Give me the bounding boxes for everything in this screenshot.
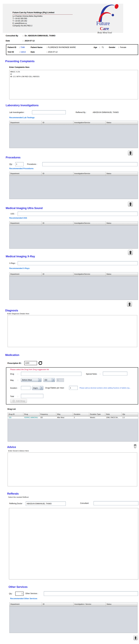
way-label: Way: [10, 379, 14, 381]
colon: :: [19, 46, 20, 48]
uss-table-header: Department ID Investigation/Service Stat…: [10, 222, 138, 225]
drug-table-row[interactable]: 229 FERRIC AMMONIU OD After Meal 3 Week/…: [8, 416, 138, 419]
xray-delete-button[interactable]: [127, 302, 132, 307]
xray-table-body[interactable]: [10, 276, 138, 300]
lab-investigation-input[interactable]: [32, 110, 66, 114]
other-qty-input[interactable]: [15, 592, 24, 596]
other-table-header: Department ID Investigation / Service St…: [10, 602, 137, 606]
patient-info-box: [6, 44, 138, 55]
col-department: Department: [10, 172, 42, 176]
col-investigation: Investigation/Service: [74, 272, 106, 276]
recommended-procedures-label: Recommended Procedures: [9, 168, 34, 170]
gender-label: Gender: [109, 46, 116, 48]
refresh-prescription-button[interactable]: [38, 361, 43, 366]
special-notes-input[interactable]: [103, 372, 127, 376]
company-address: Le Chainter,Victoria,Mahe,Seychelles: [12, 15, 42, 17]
section-title-procedures: Procedures: [6, 156, 20, 159]
diagnosis-textarea[interactable]: [8, 315, 137, 347]
total-input[interactable]: [21, 394, 43, 398]
procedures-table-body[interactable]: [10, 176, 138, 199]
referred-by-label: Reffered By :: [76, 111, 86, 114]
diagnosis-label: Enter Diagnosis Details Here: [7, 313, 29, 314]
consultant-input[interactable]: [94, 501, 138, 505]
company-phone2: T: +24 84 225 252: [12, 20, 27, 22]
drug-name-cell: FERRIC AMMONIU: [23, 416, 40, 419]
col-department: Department: [10, 602, 42, 606]
trash-icon: [128, 302, 131, 306]
duration-label: Duration :: [10, 387, 18, 389]
section-title-advice: Advice: [7, 446, 16, 449]
drug-label: Drug: [10, 373, 14, 375]
col-frequency: Fequency: [40, 412, 56, 416]
referral-list-box[interactable]: [9, 508, 138, 580]
other-services-input[interactable]: [44, 591, 138, 596]
frequency-select[interactable]: OD ▼: [43, 378, 55, 382]
way-cell: After Meal: [56, 416, 73, 419]
referring-doctor-input[interactable]: [26, 502, 66, 506]
duration-input[interactable]: [21, 386, 30, 390]
recommended-lab-label: Recommended Lab Testings: [9, 116, 34, 119]
section-title-lab: Laboratory Investigations: [6, 104, 38, 107]
procedures-input-label: Procedures :: [27, 163, 37, 165]
company-underline: [12, 14, 73, 15]
drug-table-body[interactable]: [8, 419, 138, 442]
col-investigation: Investigation/Service: [74, 172, 106, 176]
heart-icon: ♥: [104, 28, 105, 30]
trash-icon: [129, 202, 132, 206]
way-selected-value: Before Meal: [21, 378, 38, 382]
procedures-input[interactable]: [42, 162, 138, 166]
procedures-qty-input[interactable]: [15, 162, 24, 166]
col-way: Way: [56, 412, 73, 416]
lab-input-label: Lab Investingation :: [9, 111, 25, 114]
col-status: Status: [106, 602, 137, 606]
company-email: E: jude@future.sc: [12, 22, 27, 24]
duration-unit-select[interactable]: Day/s ▼: [32, 386, 43, 390]
drug-list-label: Drug List: [8, 408, 16, 410]
other-qty-label: Qty :: [9, 592, 13, 595]
trash-icon: [129, 251, 132, 254]
uss-table-body[interactable]: [10, 225, 138, 248]
procedures-delete-button[interactable]: [128, 202, 133, 207]
qty-cell: 1.0: [122, 416, 138, 419]
way-select[interactable]: Before Meal ▼: [21, 378, 42, 382]
age-value: 71: [102, 46, 104, 48]
drug-delete-button[interactable]: [133, 444, 137, 448]
referred-by-value: ABIODUN EMMANUEL TAIWO: [93, 111, 119, 114]
section-title-medication: Medication: [5, 354, 19, 357]
drug-suggestion-notice: Please select the Drug from Drug suggess…: [10, 368, 49, 370]
drug-id-cell[interactable]: 229: [8, 416, 23, 419]
recommended-xray-label: Recommended X-Rays: [9, 267, 30, 270]
col-department: Department: [10, 121, 42, 124]
drug-input[interactable]: [21, 372, 82, 376]
col-duration: Duration: [73, 412, 89, 416]
lab-table-body[interactable]: [10, 125, 138, 148]
advice-textarea[interactable]: [8, 452, 137, 486]
complaints-textarea[interactable]: HBA1C- 6.1% 43 hB- 12.1 WITH LOW RED CEL…: [9, 70, 138, 99]
section-title-referrals: Refferals: [7, 492, 19, 495]
xray-input[interactable]: [18, 261, 138, 265]
visit-id-label: Visit ID: [8, 51, 14, 53]
patient-id-value: 7348: [20, 46, 25, 48]
prescription-id-input[interactable]: [24, 361, 37, 365]
add-drug-button[interactable]: Add Drug: [10, 399, 27, 403]
col-id: ID: [42, 172, 74, 176]
consulted-by-label: Consulted By: [6, 34, 18, 37]
advice-label: Enter Doctor's Advice Here: [8, 450, 29, 452]
consultant-label: Consultant: [80, 502, 89, 504]
other-delete-button[interactable]: [133, 635, 138, 640]
duration-type-cell: Week/s: [89, 416, 105, 419]
other-table-body[interactable]: [10, 606, 137, 633]
lab-delete-button[interactable]: [128, 150, 133, 156]
col-status: Status: [106, 222, 138, 225]
per-meal-input[interactable]: [69, 386, 78, 390]
uss-delete-button[interactable]: [128, 250, 133, 255]
uss-input-label: USS :: [10, 213, 15, 215]
col-status: Status: [106, 172, 138, 176]
procedures-qty-label: Qty :: [9, 163, 13, 165]
colon: :: [100, 46, 100, 48]
logo-tagline: Body Mind Soul: [98, 32, 112, 34]
other-input-label: Other Services :: [26, 592, 38, 594]
xray-input-label: X-Rays :: [9, 262, 16, 264]
uss-input[interactable]: [18, 212, 138, 216]
col-status: Status: [106, 121, 138, 124]
